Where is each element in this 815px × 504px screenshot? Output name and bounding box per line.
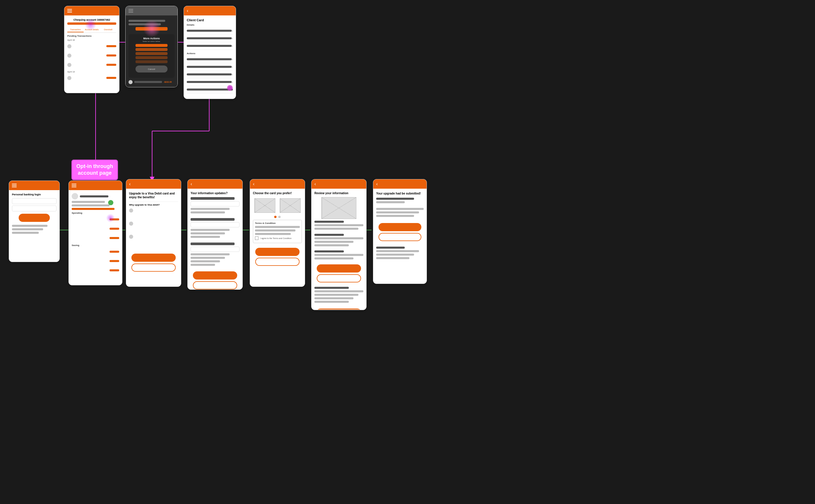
details-label: Details (187, 24, 233, 26)
more-actions-subtitle: Select an action below. (131, 40, 171, 42)
client-card-header: ‹ (184, 6, 236, 15)
info-header: ‹ (187, 179, 243, 189)
back-icon-review[interactable]: ‹ (314, 181, 316, 187)
submitted-home-button[interactable] (379, 233, 421, 241)
terms-box: Terms & Condition I agree to the Terms a… (253, 220, 302, 243)
chequing-phone: Chequing account 346667462 Transaction A… (64, 6, 119, 93)
login-header (9, 181, 59, 190)
info-back-button[interactable] (193, 281, 237, 289)
review-confirm-button[interactable] (317, 308, 361, 310)
hamburger-icon-account[interactable] (72, 184, 76, 187)
choose-card-phone: ‹ Choose the card you prefer! Terms & Co… (250, 179, 305, 287)
login-phone: Personal banking login (9, 181, 60, 262)
review-submit-button[interactable] (317, 264, 361, 273)
april16-label: April 16 (67, 39, 116, 41)
submitted-phone: ‹ Your upgrade had be submitted! (373, 179, 427, 284)
spending-label: Spending (72, 212, 119, 214)
account-phone: Spending Saving (68, 181, 122, 285)
review-header: ‹ (312, 179, 366, 189)
info-next-button[interactable] (193, 271, 237, 280)
more-actions-phone: More Actions Select an action below. Can… (125, 6, 178, 87)
more-actions-header (125, 6, 177, 15)
cancel-button[interactable]: Cancel (135, 66, 167, 72)
hamburger-icon-login[interactable] (12, 184, 17, 187)
back-icon-upgrade[interactable]: ‹ (129, 181, 130, 187)
upgrade-header: ‹ (126, 179, 181, 189)
terms-checkbox-row: I agree to the Terms and Condition (255, 236, 300, 240)
login-button[interactable] (19, 214, 50, 222)
review-back-button[interactable] (317, 274, 361, 282)
choose-card-next-button[interactable] (255, 248, 299, 256)
why-upgrade-title: Why upgrade to Visa debit? (129, 204, 178, 206)
tab-transaction[interactable]: Transaction (67, 27, 84, 32)
choose-card-back-button[interactable] (255, 258, 299, 266)
chequing-title: Chequing account 346667462 (67, 18, 116, 21)
back-icon-submitted[interactable]: ‹ (376, 181, 378, 187)
client-card-title: Client Card (187, 18, 233, 22)
actions-label: Actions (187, 52, 233, 55)
review-phone: ‹ Review your information (311, 179, 367, 310)
submitted-done-button[interactable] (379, 223, 421, 231)
terms-checkbox[interactable] (255, 236, 259, 240)
info-title: Your information updates? (190, 192, 240, 195)
more-actions-title: More Actions (131, 37, 171, 40)
upgrade-phone: ‹ Upgrade to a Visa Debit card and enjoy… (126, 179, 181, 287)
review-title: Review your information (314, 192, 363, 195)
tab-account-details[interactable]: Account details (84, 27, 100, 32)
submitted-title: Your upgrade had be submitted! (376, 192, 424, 195)
hamburger-icon-2[interactable] (128, 9, 133, 13)
back-icon-choose[interactable]: ‹ (253, 181, 255, 187)
upgrade-cta-button[interactable] (131, 254, 175, 262)
terms-checkbox-label: I agree to the Terms and Condition (260, 237, 291, 239)
chequing-header (64, 6, 119, 15)
hamburger-icon[interactable] (67, 9, 72, 13)
upgrade-title: Upgrade to a Visa Debit card and enjoy t… (129, 192, 178, 199)
upgrade-secondary-button[interactable] (131, 264, 175, 272)
info-updates-phone: ‹ Your information updates? (187, 179, 243, 290)
tab-overdraft[interactable]: Overdraft (100, 27, 116, 32)
back-arrow-icon[interactable]: ‹ (187, 8, 188, 13)
april14-label: April 14 (67, 71, 116, 73)
pending-label: Pending Transactions (67, 35, 116, 37)
client-card-phone: ‹ Client Card Details › › › Actions › › … (183, 6, 236, 99)
account-header (69, 181, 122, 190)
back-icon-info[interactable]: ‹ (190, 181, 192, 187)
choose-card-header: ‹ (250, 179, 305, 189)
choose-card-title: Choose the card you prefer! (253, 192, 302, 195)
opt-in-annotation: Opt-in through account page (71, 160, 118, 180)
chequing-tabbar: Transaction Account details Overdraft (67, 27, 116, 33)
terms-title: Terms & Condition (255, 222, 300, 224)
saving-label: Saving (72, 244, 119, 247)
submitted-header: ‹ (373, 179, 427, 189)
login-title: Personal banking login (12, 193, 56, 196)
